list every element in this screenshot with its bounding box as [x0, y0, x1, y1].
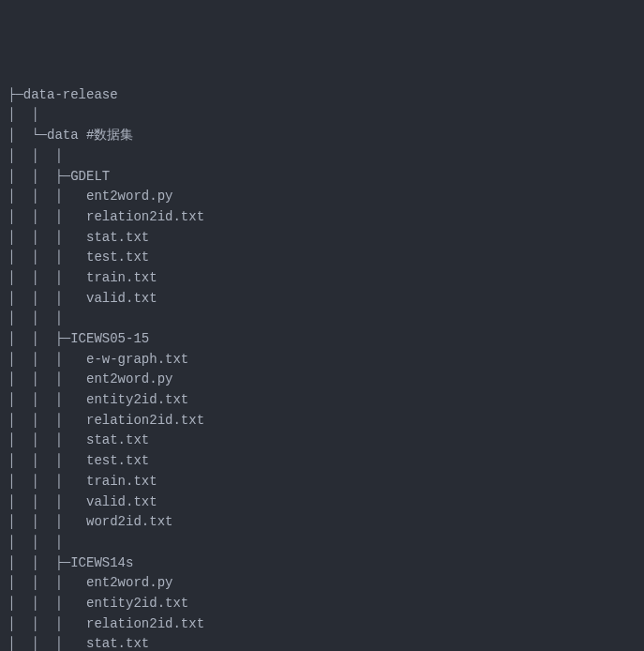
file-entity2id.txt: │ │ │ entity2id.txt [0, 594, 644, 614]
file-word2id.txt: │ │ │ word2id.txt [0, 512, 644, 533]
file-stat.txt: │ │ │ stat.txt [0, 228, 644, 249]
tree-connector: │ │ │ [0, 533, 644, 553]
file-valid.txt: │ │ │ valid.txt [0, 289, 644, 310]
file-train.txt: │ │ │ train.txt [0, 472, 644, 492]
file-ent2word.py: │ │ │ ent2word.py [0, 370, 644, 390]
file-valid.txt: │ │ │ valid.txt [0, 492, 644, 513]
tree-connector: │ │ │ [0, 309, 644, 329]
folder-ICEWS14s: │ │ ├─ICEWS14s [0, 553, 644, 574]
file-stat.txt: │ │ │ stat.txt [0, 431, 644, 451]
file-test.txt: │ │ │ test.txt [0, 451, 644, 472]
folder-data-release: ├─data-release [0, 85, 644, 106]
file-e-w-graph.txt: │ │ │ e-w-graph.txt [0, 350, 644, 371]
tree-connector: │ │ │ [0, 146, 644, 167]
file-ent2word.py: │ │ │ ent2word.py [0, 187, 644, 207]
file-stat.txt: │ │ │ stat.txt [0, 634, 644, 651]
file-entity2id.txt: │ │ │ entity2id.txt [0, 390, 644, 411]
file-relation2id.txt: │ │ │ relation2id.txt [0, 411, 644, 431]
folder-ICEWS05-15: │ │ ├─ICEWS05-15 [0, 329, 644, 350]
folder-GDELT: │ │ ├─GDELT [0, 167, 644, 188]
file-train.txt: │ │ │ train.txt [0, 268, 644, 289]
file-test.txt: │ │ │ test.txt [0, 248, 644, 268]
tree-connector: │ │ [0, 105, 644, 126]
file-relation2id.txt: │ │ │ relation2id.txt [0, 614, 644, 635]
folder-data: │ └─data #数据集 [0, 126, 644, 146]
directory-tree: ├─data-release│ ││ └─data #数据集│ │ ││ │ ├… [0, 85, 644, 651]
file-ent2word.py: │ │ │ ent2word.py [0, 573, 644, 594]
file-relation2id.txt: │ │ │ relation2id.txt [0, 207, 644, 228]
